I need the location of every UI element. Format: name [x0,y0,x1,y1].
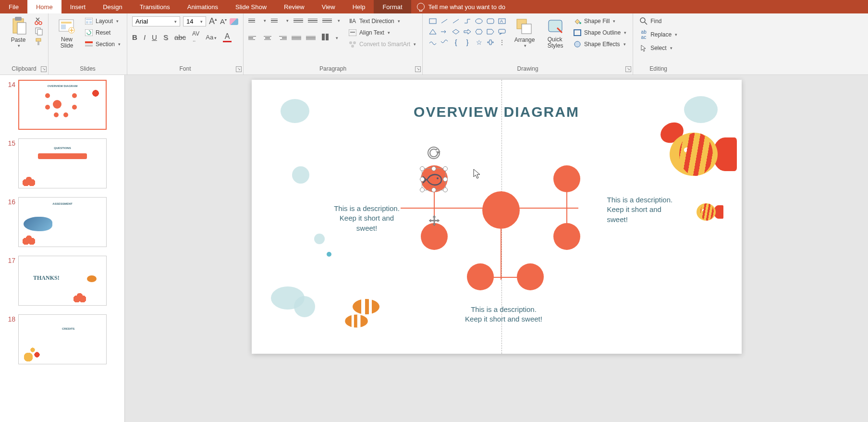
slide[interactable]: OVERVIEW DIAGRAM This is a description. … [252,80,742,354]
clownfish[interactable] [345,314,368,327]
convert-smartart-button[interactable]: Convert to SmartArt▾ [347,39,417,49]
clownfish[interactable] [353,299,379,314]
distribute-button[interactable] [306,34,316,42]
thumb-14[interactable]: OVERVIEW DIAGRAM [18,80,107,130]
shrink-font-button[interactable]: A▾ [220,17,227,25]
drawing-dialog-launcher[interactable] [625,66,631,72]
shape-rect[interactable] [428,16,438,26]
new-slide-button[interactable]: New Slide [53,16,80,49]
shape-line[interactable] [439,16,450,26]
resize-handle[interactable] [443,187,448,192]
tab-review[interactable]: Review [275,0,313,13]
diagram-circle[interactable] [517,263,544,290]
align-center-button[interactable] [263,34,272,42]
diagram-circle[interactable] [553,223,580,250]
resize-handle[interactable] [420,166,425,171]
thumb-17[interactable]: THANKS! [18,256,107,306]
find-button[interactable]: Find [638,16,679,26]
shape-wave[interactable] [428,37,438,47]
tab-insert[interactable]: Insert [61,0,95,13]
rotation-handle[interactable] [428,147,440,159]
shape-rbrace[interactable]: } [462,37,473,47]
thumb-16[interactable]: ASSESSMENT [18,197,107,247]
tab-view[interactable]: View [313,0,344,13]
quick-styles-button[interactable]: Quick Styles [542,16,569,49]
align-text-button[interactable]: Align Text▾ [347,28,417,37]
shape-callout[interactable] [497,27,507,37]
shapes-more[interactable]: ⋮ [497,37,507,47]
shape-wave2[interactable] [439,37,450,47]
shadow-button[interactable]: S [163,33,168,41]
resize-handle[interactable] [420,187,425,192]
underline-button[interactable]: U [152,33,157,41]
slide-canvas-area[interactable]: OVERVIEW DIAGRAM This is a description. … [125,75,868,422]
font-color-button[interactable]: A [223,32,232,42]
fish-illustration-small[interactable] [693,199,723,224]
shape-line2[interactable] [451,16,461,26]
decrease-indent-button[interactable] [293,16,303,25]
shape-hex[interactable] [474,27,484,37]
slide-thumbnails-pane[interactable]: 14 OVERVIEW DIAGRAM 15 QUESTIONS 16 ASSE… [0,75,125,422]
selected-shape[interactable] [422,168,446,190]
resize-handle[interactable] [431,166,436,171]
fish-illustration[interactable] [660,123,737,186]
change-case-button[interactable]: Aa▾ [206,34,217,41]
align-left-button[interactable] [248,34,258,42]
numbering-button[interactable] [271,16,281,25]
paragraph-dialog-launcher[interactable] [415,66,421,72]
char-spacing-button[interactable]: AV↔ [192,30,199,44]
replace-button[interactable]: abacReplace▾ [638,30,679,39]
tell-me-search[interactable]: Tell me what you want to do [411,0,511,13]
tab-design[interactable]: Design [94,0,131,13]
resize-handle[interactable] [431,187,436,192]
justify-button[interactable] [292,34,301,42]
resize-handle[interactable] [420,177,425,182]
shape-elbow[interactable] [462,16,473,26]
shape-pent[interactable] [485,27,496,37]
clipboard-dialog-launcher[interactable] [41,66,47,72]
desc-left[interactable]: This is a description. Keep it short and… [333,204,401,233]
slide-title[interactable]: OVERVIEW DIAGRAM [414,104,579,120]
align-right-button[interactable] [277,34,287,42]
tab-format[interactable]: Format [374,0,411,13]
desc-bottom[interactable]: This is a description. Keep it short and… [463,305,545,324]
shape-textbox[interactable]: A [497,16,507,26]
section-button[interactable]: Section▾ [83,39,122,49]
diagram-circle[interactable] [553,165,580,192]
format-painter-button[interactable] [35,37,43,46]
diagram-center-circle[interactable] [482,191,520,229]
tab-file[interactable]: File [0,0,27,13]
shape-tri[interactable] [428,27,438,37]
diagram-circle[interactable] [467,263,494,290]
paste-button[interactable]: Paste ▾ [5,16,32,48]
shape-outline-button[interactable]: Shape Outline▾ [572,28,628,37]
shape-oval[interactable] [474,16,484,26]
tab-help[interactable]: Help [344,0,374,13]
line-spacing-button[interactable] [322,16,332,25]
shape-plus[interactable] [485,37,496,47]
grow-font-button[interactable]: A▴ [209,16,217,26]
thumb-18[interactable]: CREDITS [18,314,107,364]
columns-button[interactable] [320,34,330,42]
strikethrough-button[interactable]: abc [174,33,186,41]
thumb-15[interactable]: QUESTIONS [18,138,107,188]
shapes-gallery[interactable]: A { } ☆ ⋮ [428,16,507,47]
tab-home[interactable]: Home [27,0,61,13]
tab-transitions[interactable]: Transitions [131,0,179,13]
text-direction-button[interactable]: ⅡAText Direction▾ [347,16,417,26]
copy-button[interactable] [35,27,43,36]
increase-indent-button[interactable] [308,16,318,25]
clear-formatting-button[interactable] [230,18,238,25]
font-dialog-launcher[interactable] [236,66,242,72]
tab-animations[interactable]: Animations [179,0,227,13]
shape-arrow2[interactable] [462,27,473,37]
shape-rrect[interactable] [485,16,496,26]
italic-button[interactable]: I [144,33,146,41]
shape-arrow[interactable] [439,27,450,37]
arrange-button[interactable]: Arrange▾ [510,16,539,48]
font-name-combo[interactable]: Arial▾ [132,16,180,26]
bullets-button[interactable] [248,16,258,25]
reset-button[interactable]: Reset [83,28,122,37]
shape-diamond[interactable] [451,27,461,37]
select-button[interactable]: Select▾ [638,43,679,53]
